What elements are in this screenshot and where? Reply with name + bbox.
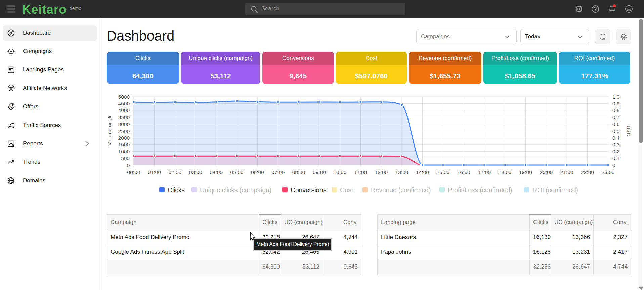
svg-text:0: 0 <box>127 162 130 168</box>
svg-text:19:00: 19:00 <box>519 169 532 175</box>
svg-text:01:00: 01:00 <box>148 169 161 175</box>
svg-text:05:00: 05:00 <box>230 169 244 175</box>
svg-text:0.3: 0.3 <box>612 142 620 147</box>
svg-text:0.8: 0.8 <box>612 107 620 113</box>
svg-text:5000: 5000 <box>118 94 130 100</box>
svg-text:10:00: 10:00 <box>334 169 347 175</box>
svg-text:21:00: 21:00 <box>560 169 573 175</box>
svg-text:13:00: 13:00 <box>395 169 409 175</box>
svg-text:08:00: 08:00 <box>292 169 305 175</box>
svg-text:06:00: 06:00 <box>251 169 264 175</box>
svg-text:02:00: 02:00 <box>168 169 181 175</box>
svg-text:500: 500 <box>121 155 130 161</box>
svg-text:3500: 3500 <box>118 114 130 120</box>
svg-text:00:00: 00:00 <box>127 169 140 175</box>
svg-text:15:00: 15:00 <box>437 169 450 175</box>
svg-text:1500: 1500 <box>118 142 130 147</box>
svg-text:20:00: 20:00 <box>540 169 553 175</box>
svg-text:07:00: 07:00 <box>271 169 285 175</box>
svg-text:0.5: 0.5 <box>612 128 620 134</box>
svg-text:Volume or %: Volume or % <box>106 116 112 146</box>
svg-text:4000: 4000 <box>118 107 130 113</box>
svg-text:0.2: 0.2 <box>612 149 620 154</box>
svg-text:1.0: 1.0 <box>612 94 620 100</box>
svg-text:0.4: 0.4 <box>612 135 620 141</box>
svg-text:2000: 2000 <box>118 135 130 141</box>
svg-text:18:00: 18:00 <box>499 169 512 175</box>
svg-text:11:00: 11:00 <box>354 169 367 175</box>
svg-text:1000: 1000 <box>118 149 130 154</box>
svg-text:16:00: 16:00 <box>457 169 470 175</box>
svg-text:4500: 4500 <box>118 101 130 106</box>
svg-text:09:00: 09:00 <box>313 169 326 175</box>
svg-text:03:00: 03:00 <box>189 169 202 175</box>
svg-text:12:00: 12:00 <box>375 169 388 175</box>
svg-text:0.7: 0.7 <box>612 114 620 120</box>
svg-text:3000: 3000 <box>118 121 130 127</box>
svg-text:0: 0 <box>612 162 615 168</box>
svg-text:04:00: 04:00 <box>210 169 223 175</box>
svg-text:14:00: 14:00 <box>416 169 429 175</box>
svg-text:USD: USD <box>626 126 632 137</box>
svg-text:22:00: 22:00 <box>581 169 594 175</box>
svg-text:S: S <box>10 105 12 109</box>
svg-text:23:00: 23:00 <box>602 169 615 175</box>
svg-text:0.1: 0.1 <box>612 155 620 161</box>
svg-text:2500: 2500 <box>118 128 130 134</box>
svg-text:17:00: 17:00 <box>478 169 491 175</box>
svg-text:0.9: 0.9 <box>612 101 620 106</box>
svg-text:0.6: 0.6 <box>612 121 620 127</box>
